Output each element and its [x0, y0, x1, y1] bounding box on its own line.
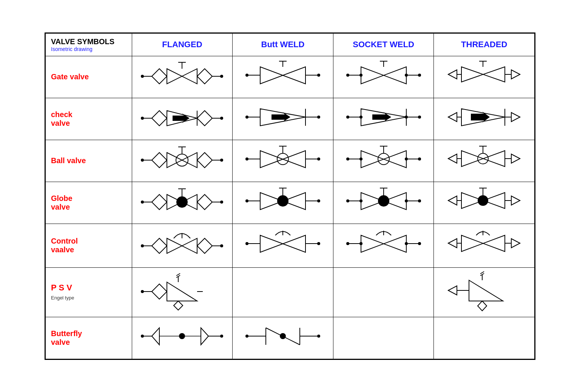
svg-point-53 — [359, 116, 362, 119]
symbol-ball-socketweld — [333, 140, 434, 182]
symbol-butterfly-buttweld — [233, 317, 333, 359]
title-sub: Isometric drawing — [51, 46, 126, 52]
svg-point-111 — [278, 196, 288, 206]
svg-point-8 — [220, 75, 223, 78]
table-row: checkvalve — [46, 98, 535, 140]
svg-point-47 — [317, 116, 320, 119]
svg-point-81 — [317, 157, 320, 161]
svg-marker-30 — [511, 70, 520, 79]
row-label-butterfly: Butterflyvalve — [46, 317, 132, 359]
col-header-flanged: FLANGED — [132, 33, 233, 56]
svg-point-90 — [418, 157, 421, 161]
main-table-wrapper: VALVE SYMBOLS Isometric drawing FLANGED … — [45, 32, 535, 360]
svg-marker-173 — [469, 280, 503, 301]
svg-point-126 — [418, 199, 421, 202]
svg-marker-169 — [174, 301, 183, 310]
svg-line-197 — [266, 328, 300, 345]
svg-point-143 — [220, 244, 223, 247]
svg-marker-96 — [448, 154, 457, 163]
symbol-gate-flanged — [132, 56, 233, 98]
svg-point-123 — [346, 199, 349, 202]
svg-marker-164 — [152, 284, 167, 299]
svg-marker-178 — [448, 286, 457, 295]
svg-marker-144 — [260, 235, 305, 252]
table-row: Ball valve — [46, 140, 535, 182]
row-label-gate: Gate valve — [46, 56, 132, 98]
svg-point-56 — [405, 116, 408, 119]
svg-marker-98 — [511, 154, 520, 163]
symbol-control-socketweld — [333, 224, 434, 267]
svg-point-149 — [317, 242, 320, 245]
svg-point-156 — [418, 242, 421, 245]
symbol-butterfly-threaded — [434, 317, 535, 359]
row-label-ball: Ball valve — [46, 140, 132, 182]
svg-point-115 — [245, 199, 248, 202]
symbol-ball-buttweld — [233, 140, 333, 182]
svg-point-103 — [177, 197, 187, 207]
svg-marker-62 — [511, 113, 520, 122]
svg-point-188 — [220, 335, 223, 338]
svg-marker-160 — [448, 239, 457, 248]
svg-point-119 — [378, 196, 389, 206]
svg-point-141 — [141, 244, 144, 247]
svg-marker-100 — [152, 194, 167, 210]
svg-point-23 — [418, 74, 421, 77]
table-row: Globevalve — [46, 182, 535, 224]
svg-marker-28 — [448, 70, 457, 79]
svg-marker-136 — [152, 238, 167, 253]
row-label-psv: P S V Engel type — [46, 267, 132, 317]
svg-point-154 — [359, 242, 362, 245]
svg-marker-165 — [167, 282, 197, 301]
symbol-check-buttweld — [233, 98, 333, 140]
svg-marker-150 — [361, 235, 406, 252]
svg-point-153 — [346, 242, 349, 245]
symbol-butterfly-socketweld — [333, 317, 434, 359]
svg-marker-64 — [152, 153, 167, 168]
svg-marker-9 — [260, 67, 305, 84]
svg-point-87 — [346, 157, 349, 161]
svg-point-24 — [405, 74, 408, 77]
svg-point-195 — [317, 335, 320, 338]
col-header-butt-weld: Butt WELD — [233, 33, 333, 56]
col-header-threaded: THREADED — [434, 33, 535, 56]
symbol-check-socketweld — [333, 98, 434, 140]
svg-marker-158 — [461, 235, 505, 252]
svg-marker-0 — [152, 69, 167, 84]
svg-point-127 — [405, 199, 408, 202]
svg-marker-1 — [197, 69, 212, 84]
symbol-control-buttweld — [233, 224, 333, 267]
svg-point-147 — [245, 242, 248, 245]
symbol-gate-buttweld — [233, 56, 333, 98]
svg-point-186 — [141, 335, 144, 338]
table-title-cell: VALVE SYMBOLS Isometric drawing — [46, 33, 132, 56]
svg-point-38 — [141, 117, 144, 120]
svg-point-157 — [405, 242, 408, 245]
col-header-socket-weld: SOCKET WELD — [333, 33, 434, 56]
table-row: Gate valve — [46, 56, 535, 98]
svg-marker-2 — [167, 69, 197, 84]
svg-marker-101 — [197, 194, 212, 210]
svg-marker-137 — [197, 238, 212, 253]
table-row: Controlvaalve — [46, 224, 535, 267]
svg-marker-32 — [152, 111, 167, 126]
symbol-check-threaded — [434, 98, 535, 140]
svg-marker-162 — [511, 239, 520, 248]
svg-point-88 — [359, 157, 362, 161]
svg-point-45 — [245, 116, 248, 119]
svg-marker-66 — [167, 153, 197, 168]
table-row: Butterflyvalve — [46, 317, 535, 359]
svg-point-55 — [418, 116, 421, 119]
svg-point-193 — [245, 335, 248, 338]
symbol-psv-threaded — [434, 267, 535, 317]
svg-marker-177 — [478, 301, 487, 311]
svg-point-107 — [141, 201, 144, 204]
symbol-gate-threaded — [434, 56, 535, 98]
svg-point-117 — [317, 199, 320, 202]
symbol-psv-socketweld — [333, 267, 434, 317]
symbol-check-flanged — [132, 98, 233, 140]
svg-marker-138 — [167, 238, 197, 253]
svg-marker-132 — [448, 196, 457, 205]
symbol-globe-threaded — [434, 182, 535, 224]
svg-marker-25 — [461, 67, 505, 82]
symbol-globe-buttweld — [233, 182, 333, 224]
